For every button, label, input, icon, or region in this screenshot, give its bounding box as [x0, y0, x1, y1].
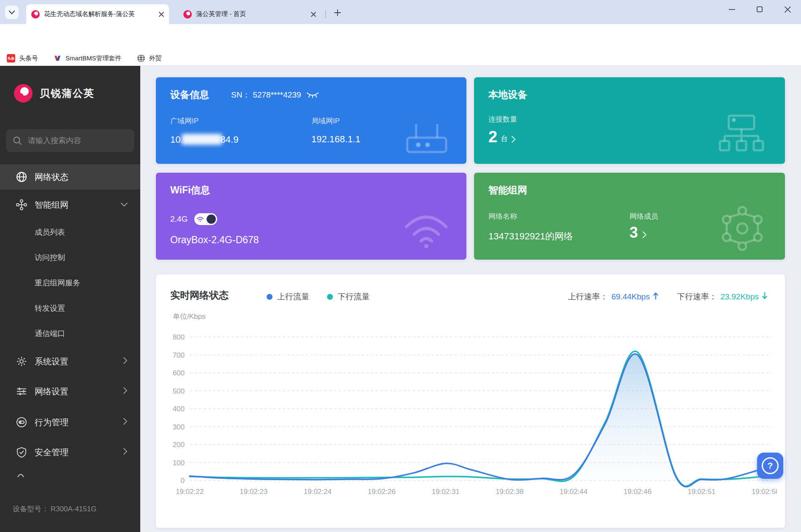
- legend-download[interactable]: 下行流量: [327, 291, 370, 302]
- sn-label: SN：: [231, 90, 250, 100]
- toutiao-icon: 头条: [7, 54, 15, 62]
- svg-text:19:02:58: 19:02:58: [752, 488, 777, 496]
- sidebar-item-network-settings[interactable]: 网络设置: [0, 379, 140, 404]
- sidebar-subitem-restart-networking[interactable]: 重启组网服务: [35, 274, 80, 292]
- sidebar: 贝锐蒲公英 网络状态 智能组网: [0, 66, 140, 532]
- sn-value: 5278****4239: [253, 90, 301, 100]
- lan-ip-label: 局域网IP: [311, 116, 340, 126]
- sidebar-subitem-forwarding[interactable]: 转发设置: [35, 299, 65, 318]
- legend-upload[interactable]: 上行流量: [267, 291, 309, 302]
- arrow-up-icon: [653, 292, 658, 301]
- browser-tab-1[interactable]: 花生壳动态域名解析服务-蒲公英: [26, 4, 169, 24]
- svg-text:500: 500: [173, 387, 185, 395]
- sidebar-item-label: 系统设置: [35, 356, 123, 367]
- svg-text:0: 0: [181, 477, 185, 485]
- card-smart-networking: 智能组网 网络名称 13473192921的网络 网络成员 3: [474, 173, 785, 260]
- globe-icon: [137, 54, 145, 62]
- hide-sn-eye-icon[interactable]: [306, 92, 319, 98]
- sidebar-subitem-member-list[interactable]: 成员列表: [35, 223, 65, 242]
- search-input[interactable]: [27, 136, 126, 146]
- bookmark-toutiao[interactable]: 头条 头条号: [7, 54, 38, 62]
- bookmark-waimao[interactable]: 外贸: [137, 54, 162, 62]
- bookmark-label: SmartBMS管理套件: [65, 54, 122, 62]
- new-tab-button[interactable]: [331, 6, 344, 19]
- page-content: 贝锐蒲公英 网络状态 智能组网: [0, 66, 801, 532]
- tab-close-icon[interactable]: [311, 12, 316, 17]
- smartbms-icon: [53, 54, 62, 62]
- sidebar-item-label: 安全管理: [35, 447, 123, 458]
- chevron-right-icon[interactable]: [642, 231, 647, 239]
- behavior-toggle-icon: [16, 417, 27, 428]
- device-model: 设备型号： R300A-4151G: [13, 504, 96, 514]
- subitem-label: 成员列表: [35, 227, 65, 237]
- window-close-button[interactable]: [774, 0, 801, 19]
- subitem-label: 重启组网服务: [35, 278, 80, 288]
- svg-text:700: 700: [173, 351, 185, 359]
- sidebar-item-label: 行为管理: [35, 417, 123, 428]
- tab-close-icon[interactable]: [159, 12, 164, 17]
- brand: 贝锐蒲公英: [14, 84, 95, 103]
- svg-text:19:02:46: 19:02:46: [624, 488, 651, 496]
- svg-text:800: 800: [173, 333, 185, 341]
- svg-text:19:02:38: 19:02:38: [496, 488, 523, 496]
- svg-text:19:02:31: 19:02:31: [432, 488, 460, 496]
- browser-tab-2[interactable]: 蒲公英管理 - 首页: [178, 4, 321, 24]
- sidebar-item-smart-networking[interactable]: 智能组网: [0, 193, 140, 217]
- device-model-label: 设备型号：: [13, 505, 49, 513]
- chevron-right-icon: [123, 387, 128, 396]
- wan-ip-suffix: 84.9: [221, 134, 239, 145]
- sidebar-item-label: 网络状态: [35, 171, 140, 183]
- card-device-info: 设备信息 SN：5278****4239 广域网IP 10.84.9 局域网IP…: [156, 77, 466, 164]
- chevron-right-icon[interactable]: [511, 136, 516, 143]
- bookmark-smartbms[interactable]: SmartBMS管理套件: [53, 54, 122, 62]
- svg-text:19:02:22: 19:02:22: [176, 488, 204, 496]
- svg-text:400: 400: [173, 405, 185, 413]
- help-button[interactable]: ?: [757, 453, 783, 479]
- sidebar-item-system-settings[interactable]: 系统设置: [0, 349, 140, 374]
- subitem-label: 通信端口: [35, 328, 65, 339]
- network-topology-icon: [714, 114, 769, 154]
- sidebar-item-network-status[interactable]: 网络状态: [0, 164, 140, 190]
- tab-strip: 花生壳动态域名解析服务-蒲公英 蒲公英管理 - 首页: [0, 0, 801, 24]
- svg-text:19:02:51: 19:02:51: [687, 488, 715, 496]
- minimize-icon: [729, 9, 735, 10]
- window-maximize-button[interactable]: [746, 0, 773, 19]
- question-mark-icon: ?: [762, 457, 779, 474]
- close-icon: [785, 6, 791, 13]
- pgy-favicon: [31, 10, 40, 19]
- upload-rate-value: 69.44Kbps: [611, 292, 650, 301]
- svg-text:100: 100: [173, 459, 185, 467]
- wifi-band-row: 2.4G: [170, 213, 217, 225]
- chevron-right-icon: [123, 448, 128, 456]
- sidebar-item-security-management[interactable]: 安全管理: [0, 440, 140, 464]
- wifi-toggle[interactable]: [194, 213, 217, 225]
- network-name-label: 网络名称: [488, 212, 517, 221]
- network-name: 13473192921的网络: [488, 230, 573, 243]
- connection-count-row[interactable]: 2 台: [488, 129, 516, 145]
- sidebar-item-behavior-management[interactable]: 行为管理: [0, 410, 140, 434]
- legend-dot-download: [327, 294, 333, 300]
- shield-check-icon: [16, 447, 27, 458]
- device-model-value: R300A-4151G: [51, 505, 97, 513]
- tab-search-button[interactable]: [5, 5, 19, 19]
- card-local-devices: 本地设备 连接数量 2 台: [474, 77, 785, 164]
- wifi-mini-icon: [197, 217, 204, 222]
- sidebar-subitem-comm-port[interactable]: 通信端口: [35, 324, 65, 343]
- wifi-band: 2.4G: [170, 214, 188, 224]
- sidebar-search[interactable]: [6, 129, 134, 152]
- members-row[interactable]: 3: [629, 225, 647, 240]
- pgy-logo-icon: [14, 84, 33, 103]
- maximize-icon: [757, 6, 763, 12]
- chevron-right-icon: [123, 418, 128, 426]
- card-title: 设备信息: [170, 88, 209, 101]
- members-count: 3: [629, 225, 638, 240]
- sliders-icon: [16, 386, 27, 397]
- arrow-down-icon: [762, 292, 767, 301]
- bookmark-label: 外贸: [149, 54, 162, 62]
- legend-label: 上行流量: [277, 291, 309, 302]
- line-chart: 010020030040050060070080019:02:2219:02:2…: [162, 324, 777, 521]
- sidebar-subitem-access-control[interactable]: 访问控制: [35, 248, 65, 267]
- sn-row: SN：5278****4239: [231, 90, 319, 100]
- realtime-network-card: 实时网络状态 上行流量 下行流量 上行速率： 69.44Kbps 下行速率： 2…: [156, 274, 785, 528]
- window-minimize-button[interactable]: [718, 0, 745, 19]
